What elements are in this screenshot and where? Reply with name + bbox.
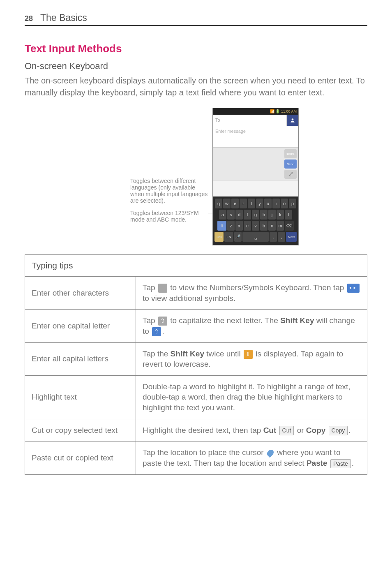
letter-key[interactable]: q xyxy=(215,199,222,208)
letter-key[interactable]: o xyxy=(281,199,288,208)
send-button[interactable]: Send xyxy=(284,159,297,169)
tip-label: Enter all capital letters xyxy=(25,342,136,375)
mic-key[interactable]: 🎤 xyxy=(234,232,242,242)
annotation-text: Toggles between different languages (onl… xyxy=(130,178,208,204)
letter-key[interactable]: h xyxy=(260,210,267,220)
contact-picker-button[interactable] xyxy=(287,115,298,126)
annotation-sym-toggle: Toggles between 123/SYM mode and ABC mod… xyxy=(130,210,208,223)
arrows-icon xyxy=(347,284,360,293)
annotation-language-toggle: Toggles between different languages (onl… xyxy=(130,178,208,204)
attach-button[interactable] xyxy=(284,170,297,179)
letter-key[interactable]: f xyxy=(244,210,251,220)
status-bar: 📶 🔋 11:00 AM xyxy=(213,108,298,115)
shift-key[interactable]: ⇧ xyxy=(217,221,226,231)
onscreen-keyboard: qwertyuiop asdfghjkl ⇧ zxcvbnm ⌫ 123 EN … xyxy=(213,196,298,245)
tip-content: Double-tap a word to highlight it. To hi… xyxy=(136,375,367,419)
enter-key[interactable]: Next xyxy=(286,232,297,242)
sym-icon xyxy=(158,284,167,293)
letter-key[interactable]: d xyxy=(235,210,243,220)
heading-text-input-methods: Text Input Methods xyxy=(25,42,367,55)
letter-key[interactable]: z xyxy=(227,221,235,231)
char-count: 160/1 xyxy=(284,149,297,158)
letter-key[interactable]: r xyxy=(240,199,247,208)
cursor-icon xyxy=(266,448,275,458)
tip-label: Enter other characters xyxy=(25,277,136,310)
tip-label: Cut or copy selected text xyxy=(25,419,136,441)
letter-key[interactable]: p xyxy=(289,199,296,208)
keyboard-figure: Toggles between different languages (onl… xyxy=(25,108,367,245)
tip-label: Paste cut or copied text xyxy=(25,441,136,474)
cut-button-label: Cut xyxy=(279,426,294,435)
comma-key[interactable]: , xyxy=(278,232,285,242)
paste-button-label: Paste xyxy=(330,459,351,469)
copy-button-label: Copy xyxy=(329,426,348,435)
tip-content: Highlight the desired text, then tap Cut… xyxy=(136,419,367,441)
status-icons: 📶 🔋 xyxy=(270,109,281,113)
sym-key[interactable]: 123 xyxy=(214,232,224,242)
letter-key[interactable]: e xyxy=(231,199,239,208)
intro-paragraph: The on-screen keyboard displays automati… xyxy=(25,75,367,99)
page-number: 28 xyxy=(25,14,33,23)
tip-label: Highlight text xyxy=(25,375,136,419)
language-key[interactable]: EN xyxy=(224,232,233,242)
tip-label: Enter one capital letter xyxy=(25,310,136,342)
typing-tips-table: Typing tips Enter other characters Tap t… xyxy=(25,254,367,475)
space-key[interactable]: ␣ xyxy=(242,232,269,242)
tip-content: Tap the location to place the cursor whe… xyxy=(136,441,367,474)
annotation-text: Toggles between 123/SYM mode and ABC mod… xyxy=(130,210,199,223)
letter-key[interactable]: m xyxy=(277,221,284,231)
backspace-key[interactable]: ⌫ xyxy=(285,221,294,231)
table-header: Typing tips xyxy=(25,255,367,277)
to-row: To xyxy=(213,115,298,126)
table-row: Enter other characters Tap to view the N… xyxy=(25,277,367,310)
tip-content: Tap to capitalize the next letter. The S… xyxy=(136,310,367,342)
letter-key[interactable]: w xyxy=(223,199,231,208)
figure-annotations: Toggles between different languages (onl… xyxy=(93,125,208,229)
table-row: Cut or copy selected text Highlight the … xyxy=(25,419,367,441)
table-row: Enter all capital letters Tap the Shift … xyxy=(25,342,367,375)
compose-area: 160/1 Send xyxy=(213,148,298,180)
letter-key[interactable]: s xyxy=(227,210,235,220)
shift-icon xyxy=(158,317,167,326)
page-header: 28 The Basics xyxy=(25,12,367,26)
letter-key[interactable]: v xyxy=(252,221,259,231)
letter-key[interactable]: j xyxy=(268,210,276,220)
table-row: Enter one capital letter Tap to capitali… xyxy=(25,310,367,342)
table-row: Paste cut or copied text Tap the locatio… xyxy=(25,441,367,474)
period-key[interactable]: . xyxy=(270,232,277,242)
letter-key[interactable]: y xyxy=(256,199,263,208)
tip-content: Tap the Shift Key twice until is display… xyxy=(136,342,367,375)
subheading-onscreen-keyboard: On-screen Keyboard xyxy=(25,61,367,72)
status-time: 11:00 AM xyxy=(281,109,297,113)
letter-key[interactable]: a xyxy=(219,210,226,220)
letter-key[interactable]: g xyxy=(252,210,259,220)
letter-key[interactable]: x xyxy=(235,221,243,231)
svg-point-0 xyxy=(292,118,294,120)
section-title: The Basics xyxy=(40,12,87,23)
message-input[interactable]: Enter message xyxy=(213,126,298,148)
letter-key[interactable]: i xyxy=(272,199,280,208)
letter-key[interactable]: n xyxy=(268,221,276,231)
letter-key[interactable]: k xyxy=(277,210,284,220)
letter-key[interactable]: l xyxy=(285,210,292,220)
letter-key[interactable]: u xyxy=(264,199,272,208)
shift-blue-icon xyxy=(152,327,161,336)
letter-key[interactable]: b xyxy=(260,221,267,231)
letter-key[interactable]: t xyxy=(248,199,255,208)
tip-content: Tap to view the Numbers/Symbols Keyboard… xyxy=(136,277,367,310)
letter-key[interactable]: c xyxy=(244,221,251,231)
table-row: Highlight text Double-tap a word to high… xyxy=(25,375,367,419)
phone-screenshot: 📶 🔋 11:00 AM To Enter message 160/1 Send… xyxy=(212,108,299,245)
to-field[interactable]: To xyxy=(213,115,287,126)
shift-orange-icon xyxy=(244,350,253,359)
